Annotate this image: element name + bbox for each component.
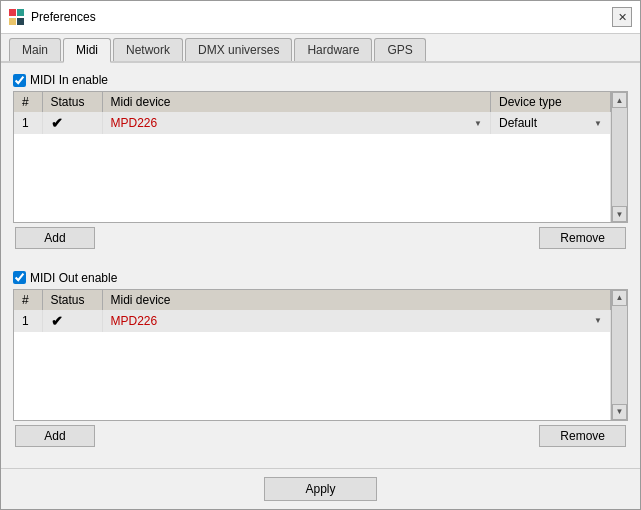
midi-in-header: MIDI In enable (13, 73, 628, 87)
midi-out-scrollbar: ▲ ▼ (611, 290, 627, 420)
midi-in-row-1[interactable]: 1 ✔ MPD226 ▼ (14, 112, 611, 134)
midi-in-label: MIDI In enable (30, 73, 108, 87)
midi-out-row-num: 1 (14, 310, 42, 332)
out-device-cell: MPD226 ▼ (111, 314, 603, 328)
col-header-status: Status (42, 92, 102, 112)
midi-out-label: MIDI Out enable (30, 271, 117, 285)
col-header-device: Midi device (102, 92, 491, 112)
tab-gps[interactable]: GPS (374, 38, 425, 61)
apply-bar: Apply (1, 468, 640, 509)
status-checkmark: ✔ (51, 115, 63, 131)
midi-in-scrollbar: ▲ ▼ (611, 92, 627, 222)
device-dropdown-arrow[interactable]: ▼ (474, 119, 482, 128)
midi-out-add-button[interactable]: Add (15, 425, 95, 447)
midi-in-table-main: # Status Midi device Device type 1 ✔ (14, 92, 611, 222)
out-col-header-num: # (14, 290, 42, 310)
out-col-header-status: Status (42, 290, 102, 310)
midi-in-row-device: MPD226 ▼ (102, 112, 491, 134)
device-name: MPD226 (111, 116, 158, 130)
out-scroll-track[interactable] (612, 306, 627, 404)
midi-in-checkbox[interactable] (13, 74, 26, 87)
devtype-cell: Default ▼ (499, 116, 602, 130)
close-button[interactable]: ✕ (612, 7, 632, 27)
tab-hardware[interactable]: Hardware (294, 38, 372, 61)
scroll-down-arrow[interactable]: ▼ (612, 206, 627, 222)
preferences-window: Preferences ✕ Main Midi Network DMX univ… (0, 0, 641, 510)
out-col-header-device: Midi device (102, 290, 611, 310)
tab-bar: Main Midi Network DMX universes Hardware… (1, 34, 640, 63)
midi-in-section: MIDI In enable # Status Midi device Devi… (13, 73, 628, 261)
tab-dmx[interactable]: DMX universes (185, 38, 292, 61)
midi-in-table-container: # Status Midi device Device type 1 ✔ (13, 91, 628, 223)
midi-in-remove-button[interactable]: Remove (539, 227, 626, 249)
col-header-devtype: Device type (491, 92, 611, 112)
device-cell: MPD226 ▼ (111, 116, 483, 130)
out-device-dropdown-arrow[interactable]: ▼ (594, 316, 602, 325)
tab-midi[interactable]: Midi (63, 38, 111, 63)
midi-in-add-button[interactable]: Add (15, 227, 95, 249)
app-icon (9, 9, 25, 25)
title-bar-left: Preferences (9, 9, 96, 25)
out-device-name: MPD226 (111, 314, 158, 328)
midi-out-remove-button[interactable]: Remove (539, 425, 626, 447)
midi-in-row-num: 1 (14, 112, 42, 134)
devtype-dropdown-arrow[interactable]: ▼ (594, 119, 602, 128)
midi-out-table-container: # Status Midi device 1 ✔ (13, 289, 628, 421)
main-content: MIDI In enable # Status Midi device Devi… (1, 63, 640, 468)
midi-in-row-status: ✔ (42, 112, 102, 134)
midi-out-row-device: MPD226 ▼ (102, 310, 611, 332)
midi-out-checkbox[interactable] (13, 271, 26, 284)
midi-out-section: MIDI Out enable # Status Midi device (13, 271, 628, 459)
midi-out-header: MIDI Out enable (13, 271, 628, 285)
scroll-track[interactable] (612, 108, 627, 206)
midi-in-buttons: Add Remove (13, 227, 628, 249)
midi-out-table: # Status Midi device 1 ✔ (14, 290, 611, 420)
midi-out-row-status: ✔ (42, 310, 102, 332)
midi-in-table: # Status Midi device Device type 1 ✔ (14, 92, 611, 222)
midi-out-row-1[interactable]: 1 ✔ MPD226 ▼ (14, 310, 611, 332)
midi-out-table-main: # Status Midi device 1 ✔ (14, 290, 611, 420)
midi-in-row-devtype: Default ▼ (491, 112, 611, 134)
tab-main[interactable]: Main (9, 38, 61, 61)
tab-network[interactable]: Network (113, 38, 183, 61)
out-status-checkmark: ✔ (51, 313, 63, 329)
title-bar: Preferences ✕ (1, 1, 640, 34)
out-scroll-up-arrow[interactable]: ▲ (612, 290, 627, 306)
window-title: Preferences (31, 10, 96, 24)
midi-out-buttons: Add Remove (13, 425, 628, 447)
devtype-value: Default (499, 116, 537, 130)
apply-button[interactable]: Apply (264, 477, 376, 501)
col-header-num: # (14, 92, 42, 112)
scroll-up-arrow[interactable]: ▲ (612, 92, 627, 108)
out-scroll-down-arrow[interactable]: ▼ (612, 404, 627, 420)
